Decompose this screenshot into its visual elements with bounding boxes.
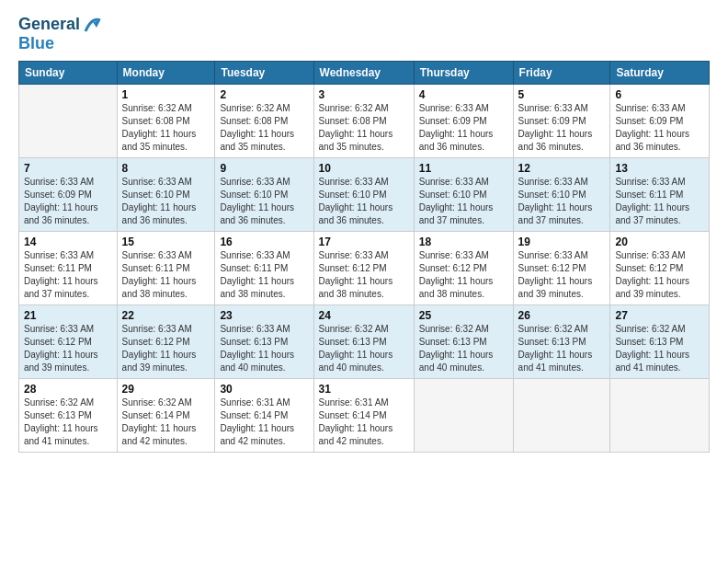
day-info: Sunrise: 6:33 AMSunset: 6:09 PMDaylight:… (615, 102, 704, 154)
day-info: Sunrise: 6:32 AMSunset: 6:13 PMDaylight:… (24, 396, 112, 448)
day-number: 31 (319, 383, 409, 396)
day-number: 25 (419, 309, 508, 322)
day-number: 15 (122, 236, 210, 248)
calendar-cell: 30Sunrise: 6:31 AMSunset: 6:14 PMDayligh… (215, 378, 313, 452)
day-number: 7 (24, 162, 112, 175)
weekday-header-tuesday: Tuesday (215, 61, 313, 84)
calendar-cell: 22Sunrise: 6:33 AMSunset: 6:12 PMDayligh… (117, 304, 215, 378)
calendar-cell: 17Sunrise: 6:33 AMSunset: 6:12 PMDayligh… (313, 231, 414, 304)
weekday-header-sunday: Sunday (19, 61, 118, 84)
calendar-cell: 26Sunrise: 6:32 AMSunset: 6:13 PMDayligh… (513, 304, 610, 378)
day-info: Sunrise: 6:32 AMSunset: 6:13 PMDaylight:… (615, 323, 704, 374)
day-number: 6 (615, 88, 704, 101)
day-number: 17 (319, 236, 409, 248)
logo: General Blue (18, 15, 102, 53)
day-number: 9 (220, 162, 308, 175)
day-number: 22 (122, 309, 210, 322)
day-number: 26 (518, 309, 606, 322)
day-info: Sunrise: 6:33 AMSunset: 6:10 PMDaylight:… (122, 176, 210, 227)
day-number: 8 (122, 162, 210, 175)
day-info: Sunrise: 6:33 AMSunset: 6:10 PMDaylight:… (220, 176, 308, 227)
day-info: Sunrise: 6:33 AMSunset: 6:09 PMDaylight:… (518, 102, 606, 154)
day-number: 4 (419, 88, 508, 101)
day-info: Sunrise: 6:33 AMSunset: 6:12 PMDaylight:… (615, 249, 704, 301)
calendar-cell (513, 378, 610, 452)
day-number: 16 (220, 236, 308, 248)
day-number: 18 (419, 236, 508, 248)
day-number: 12 (518, 162, 606, 175)
day-info: Sunrise: 6:32 AMSunset: 6:13 PMDaylight:… (518, 323, 606, 374)
weekday-header-wednesday: Wednesday (313, 61, 414, 84)
calendar-cell (610, 378, 710, 452)
day-number: 20 (615, 236, 704, 248)
calendar-cell: 18Sunrise: 6:33 AMSunset: 6:12 PMDayligh… (414, 231, 513, 304)
calendar-cell: 24Sunrise: 6:32 AMSunset: 6:13 PMDayligh… (313, 304, 414, 378)
day-info: Sunrise: 6:33 AMSunset: 6:11 PMDaylight:… (220, 249, 308, 301)
day-info: Sunrise: 6:32 AMSunset: 6:13 PMDaylight:… (319, 323, 409, 374)
day-number: 3 (319, 88, 409, 101)
day-info: Sunrise: 6:33 AMSunset: 6:12 PMDaylight:… (122, 323, 210, 374)
day-number: 19 (518, 236, 606, 248)
day-info: Sunrise: 6:32 AMSunset: 6:14 PMDaylight:… (122, 396, 210, 448)
calendar-cell: 4Sunrise: 6:33 AMSunset: 6:09 PMDaylight… (414, 84, 513, 157)
day-info: Sunrise: 6:33 AMSunset: 6:10 PMDaylight:… (518, 176, 606, 227)
calendar-cell: 19Sunrise: 6:33 AMSunset: 6:12 PMDayligh… (513, 231, 610, 304)
calendar-cell: 27Sunrise: 6:32 AMSunset: 6:13 PMDayligh… (610, 304, 710, 378)
calendar-cell: 2Sunrise: 6:32 AMSunset: 6:08 PMDaylight… (215, 84, 313, 157)
day-info: Sunrise: 6:32 AMSunset: 6:08 PMDaylight:… (122, 102, 210, 154)
day-info: Sunrise: 6:33 AMSunset: 6:12 PMDaylight:… (24, 323, 112, 374)
calendar-cell: 6Sunrise: 6:33 AMSunset: 6:09 PMDaylight… (610, 84, 710, 157)
day-number: 28 (24, 383, 112, 396)
day-info: Sunrise: 6:32 AMSunset: 6:08 PMDaylight:… (220, 102, 308, 154)
calendar-cell: 25Sunrise: 6:32 AMSunset: 6:13 PMDayligh… (414, 304, 513, 378)
day-number: 23 (220, 309, 308, 322)
calendar-cell: 5Sunrise: 6:33 AMSunset: 6:09 PMDaylight… (513, 84, 610, 157)
weekday-header-friday: Friday (513, 61, 610, 84)
day-info: Sunrise: 6:32 AMSunset: 6:08 PMDaylight:… (319, 102, 409, 154)
logo-blue: Blue (18, 34, 54, 52)
day-info: Sunrise: 6:32 AMSunset: 6:13 PMDaylight:… (419, 323, 508, 374)
day-number: 2 (220, 88, 308, 101)
calendar-table: SundayMondayTuesdayWednesdayThursdayFrid… (18, 61, 710, 453)
calendar-cell: 3Sunrise: 6:32 AMSunset: 6:08 PMDaylight… (313, 84, 414, 157)
calendar-cell: 23Sunrise: 6:33 AMSunset: 6:13 PMDayligh… (215, 304, 313, 378)
calendar-cell (414, 378, 513, 452)
day-info: Sunrise: 6:33 AMSunset: 6:10 PMDaylight:… (419, 176, 508, 227)
calendar-cell: 12Sunrise: 6:33 AMSunset: 6:10 PMDayligh… (513, 157, 610, 231)
day-info: Sunrise: 6:33 AMSunset: 6:11 PMDaylight:… (122, 249, 210, 301)
calendar-cell: 21Sunrise: 6:33 AMSunset: 6:12 PMDayligh… (19, 304, 118, 378)
day-info: Sunrise: 6:33 AMSunset: 6:12 PMDaylight:… (419, 249, 508, 301)
calendar-cell: 15Sunrise: 6:33 AMSunset: 6:11 PMDayligh… (117, 231, 215, 304)
day-number: 13 (615, 162, 704, 175)
day-info: Sunrise: 6:33 AMSunset: 6:11 PMDaylight:… (615, 176, 704, 227)
calendar-cell: 9Sunrise: 6:33 AMSunset: 6:10 PMDaylight… (215, 157, 313, 231)
calendar-cell: 16Sunrise: 6:33 AMSunset: 6:11 PMDayligh… (215, 231, 313, 304)
calendar-cell: 28Sunrise: 6:32 AMSunset: 6:13 PMDayligh… (19, 378, 118, 452)
header: General Blue (18, 15, 710, 53)
day-number: 1 (122, 88, 210, 101)
calendar-cell: 14Sunrise: 6:33 AMSunset: 6:11 PMDayligh… (19, 231, 118, 304)
calendar-cell: 7Sunrise: 6:33 AMSunset: 6:09 PMDaylight… (19, 157, 118, 231)
calendar-cell: 31Sunrise: 6:31 AMSunset: 6:14 PMDayligh… (313, 378, 414, 452)
day-number: 11 (419, 162, 508, 175)
weekday-header-thursday: Thursday (414, 61, 513, 84)
calendar-cell: 8Sunrise: 6:33 AMSunset: 6:10 PMDaylight… (117, 157, 215, 231)
logo-icon (82, 15, 102, 35)
day-number: 10 (319, 162, 409, 175)
weekday-header-saturday: Saturday (610, 61, 710, 84)
day-info: Sunrise: 6:33 AMSunset: 6:11 PMDaylight:… (24, 249, 112, 301)
logo-text: General (18, 16, 80, 34)
calendar-cell: 13Sunrise: 6:33 AMSunset: 6:11 PMDayligh… (610, 157, 710, 231)
day-number: 5 (518, 88, 606, 101)
day-number: 24 (319, 309, 409, 322)
day-info: Sunrise: 6:33 AMSunset: 6:09 PMDaylight:… (419, 102, 508, 154)
day-number: 27 (615, 309, 704, 322)
calendar-cell: 1Sunrise: 6:32 AMSunset: 6:08 PMDaylight… (117, 84, 215, 157)
day-info: Sunrise: 6:33 AMSunset: 6:12 PMDaylight:… (319, 249, 409, 301)
day-info: Sunrise: 6:33 AMSunset: 6:12 PMDaylight:… (518, 249, 606, 301)
day-info: Sunrise: 6:33 AMSunset: 6:13 PMDaylight:… (220, 323, 308, 374)
day-info: Sunrise: 6:33 AMSunset: 6:09 PMDaylight:… (24, 176, 112, 227)
calendar-cell: 10Sunrise: 6:33 AMSunset: 6:10 PMDayligh… (313, 157, 414, 231)
calendar-cell: 11Sunrise: 6:33 AMSunset: 6:10 PMDayligh… (414, 157, 513, 231)
day-number: 21 (24, 309, 112, 322)
